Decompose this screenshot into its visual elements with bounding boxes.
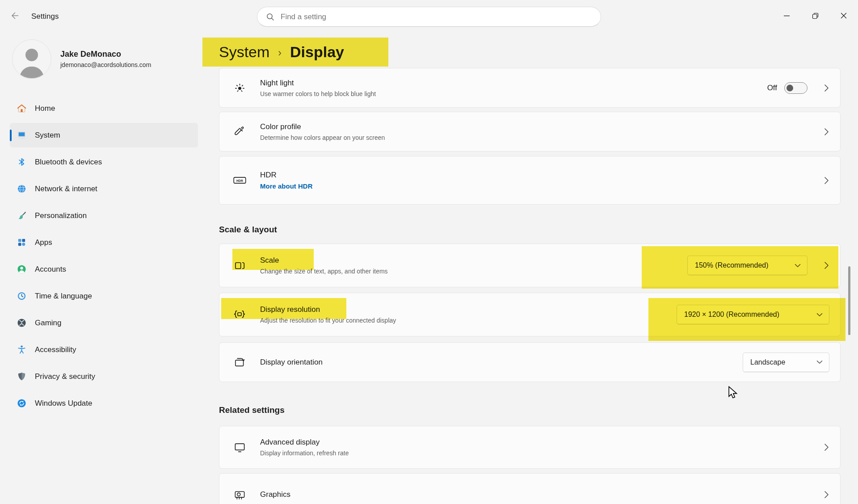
chevron-down-icon xyxy=(816,313,823,317)
chevron-down-icon xyxy=(795,264,801,268)
user-profile[interactable]: Jake DeMonaco jdemonaco@acordsolutions.c… xyxy=(10,39,198,79)
person-icon xyxy=(16,264,27,274)
night-light-toggle[interactable] xyxy=(784,82,808,94)
selection-indicator xyxy=(10,130,12,141)
accessibility-person-icon xyxy=(16,344,27,355)
related-settings-heading: Related settings xyxy=(219,405,841,415)
sidebar-item-label: Accounts xyxy=(35,265,66,274)
sidebar-item-windows-update[interactable]: Windows Update xyxy=(10,391,198,416)
home-icon xyxy=(16,103,27,113)
hdr-more-link[interactable]: More about HDR xyxy=(260,182,313,190)
scale-layout-heading: Scale & layout xyxy=(219,225,841,235)
chevron-down-icon xyxy=(816,360,823,364)
scale-dropdown[interactable]: 150% (Recommended) xyxy=(687,256,808,275)
search-icon xyxy=(266,13,274,21)
main-content: System › Display Night light Use warmer … xyxy=(202,33,858,504)
search-input[interactable] xyxy=(281,13,593,21)
hdr-icon: HDR xyxy=(232,174,247,186)
paintbrush-icon xyxy=(16,210,27,221)
breadcrumb-system[interactable]: System xyxy=(219,43,269,61)
sidebar-item-label: Accessibility xyxy=(35,345,76,354)
graphics-title: Graphics xyxy=(260,490,290,499)
back-button[interactable] xyxy=(4,7,25,26)
chevron-right-icon xyxy=(824,260,829,270)
scrollbar-thumb[interactable] xyxy=(848,266,850,335)
close-button[interactable] xyxy=(829,0,858,33)
system-icon xyxy=(16,130,27,140)
sidebar-item-accounts[interactable]: Accounts xyxy=(10,257,198,281)
night-light-row[interactable]: Night light Use warmer colors to help bl… xyxy=(219,68,841,108)
sidebar-item-system[interactable]: System xyxy=(10,123,198,147)
update-arrows-icon xyxy=(16,398,27,408)
svg-text:HDR: HDR xyxy=(236,179,243,182)
sidebar-item-label: Bluetooth & devices xyxy=(35,158,102,167)
sidebar-item-label: Privacy & security xyxy=(35,372,95,381)
display-orientation-icon xyxy=(232,357,247,368)
hdr-title: HDR xyxy=(260,171,313,180)
back-arrow-icon xyxy=(10,11,19,21)
sidebar-item-bluetooth-devices[interactable]: Bluetooth & devices xyxy=(10,150,198,174)
scale-row[interactable]: Scale Change the size of text, apps, and… xyxy=(219,244,841,287)
graphics-icon xyxy=(232,489,247,501)
bluetooth-icon xyxy=(16,157,27,167)
display-resolution-icon xyxy=(232,309,247,320)
minimize-icon xyxy=(783,13,790,21)
sidebar-item-personalization[interactable]: Personalization xyxy=(10,203,198,228)
search-box[interactable] xyxy=(257,7,601,27)
sidebar-item-accessibility[interactable]: Accessibility xyxy=(10,337,198,362)
breadcrumb: System › Display xyxy=(219,37,858,67)
sidebar-nav: Home System Bluetooth & devices xyxy=(10,96,198,416)
window-controls xyxy=(772,0,858,33)
display-resolution-dropdown[interactable]: 1920 × 1200 (Recommended) xyxy=(677,305,829,324)
display-orientation-dropdown-value: Landscape xyxy=(750,358,785,366)
advanced-display-icon xyxy=(232,441,247,454)
maximize-restore-icon xyxy=(812,13,819,21)
clock-icon xyxy=(16,291,27,301)
chevron-right-icon xyxy=(824,127,829,137)
night-light-icon xyxy=(232,82,247,94)
graphics-row[interactable]: Graphics xyxy=(219,473,841,504)
scale-description: Change the size of text, apps, and other… xyxy=(260,268,388,275)
close-icon xyxy=(841,13,847,20)
chevron-right-icon xyxy=(824,442,829,452)
sidebar-item-home[interactable]: Home xyxy=(10,96,198,121)
settings-window: Settings xyxy=(0,0,858,504)
page-title: Display xyxy=(290,43,344,61)
display-orientation-dropdown[interactable]: Landscape xyxy=(743,353,829,372)
advanced-display-description: Display information, refresh rate xyxy=(260,449,349,457)
sidebar-item-label: Apps xyxy=(35,238,52,247)
hdr-row[interactable]: HDR HDR More about HDR xyxy=(219,156,841,205)
sidebar-item-label: System xyxy=(35,131,60,140)
sidebar-item-apps[interactable]: Apps xyxy=(10,230,198,255)
user-email: jdemonaco@acordsolutions.com xyxy=(60,61,151,68)
advanced-display-row[interactable]: Advanced display Display information, re… xyxy=(219,426,841,469)
color-profile-row[interactable]: Color profile Determine how colors appea… xyxy=(219,112,841,151)
display-orientation-row: Display orientation Landscape xyxy=(219,342,841,382)
scale-icon xyxy=(232,260,247,272)
night-light-description: Use warmer colors to help block blue lig… xyxy=(260,90,376,97)
display-resolution-description: Adjust the resolution to fit your connec… xyxy=(260,317,396,324)
sidebar-item-gaming[interactable]: Gaming xyxy=(10,311,198,335)
sidebar-item-label: Gaming xyxy=(35,319,62,328)
scale-dropdown-value: 150% (Recommended) xyxy=(695,261,769,269)
display-resolution-row: Display resolution Adjust the resolution… xyxy=(219,293,841,336)
sidebar-item-label: Windows Update xyxy=(35,399,93,408)
globe-icon xyxy=(16,184,27,194)
sidebar: Jake DeMonaco jdemonaco@acordsolutions.c… xyxy=(0,33,202,504)
advanced-display-title: Advanced display xyxy=(260,438,349,447)
sidebar-item-privacy-security[interactable]: Privacy & security xyxy=(10,364,198,389)
sidebar-item-label: Home xyxy=(35,104,55,113)
maximize-button[interactable] xyxy=(801,0,829,33)
user-name: Jake DeMonaco xyxy=(60,50,151,59)
xbox-icon xyxy=(16,318,27,328)
chevron-right-icon xyxy=(824,490,829,500)
color-profile-description: Determine how colors appear on your scre… xyxy=(260,134,385,141)
display-orientation-title: Display orientation xyxy=(260,358,323,367)
sidebar-item-time-language[interactable]: Time & language xyxy=(10,284,198,308)
minimize-button[interactable] xyxy=(772,0,801,33)
night-light-title: Night light xyxy=(260,79,376,88)
avatar xyxy=(12,39,51,79)
shield-icon xyxy=(16,371,27,382)
sidebar-item-label: Network & internet xyxy=(35,185,97,193)
sidebar-item-network-internet[interactable]: Network & internet xyxy=(10,176,198,201)
